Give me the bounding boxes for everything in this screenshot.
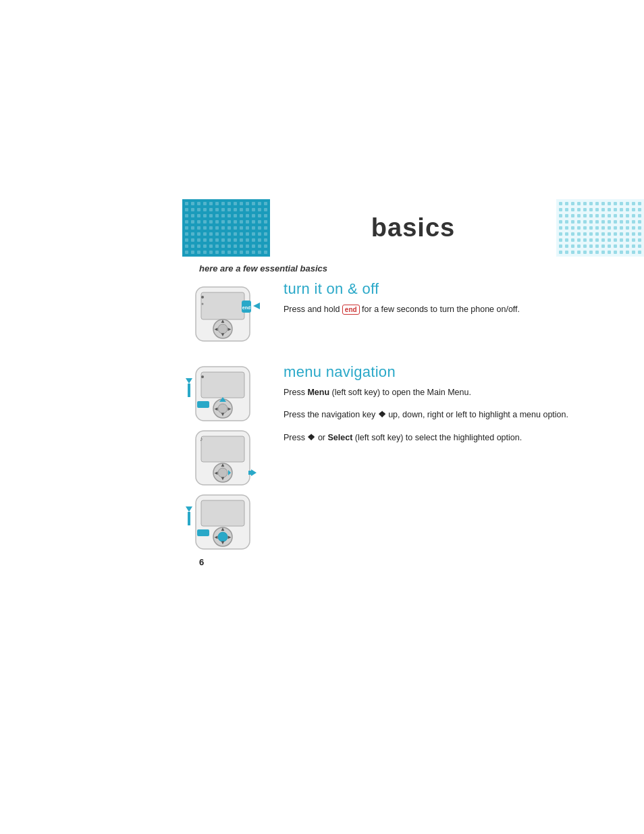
right-dot-grid-svg xyxy=(556,199,644,257)
svg-marker-40 xyxy=(251,469,257,476)
end-key-badge: end xyxy=(342,305,360,315)
svg-rect-32 xyxy=(201,436,244,462)
svg-rect-50 xyxy=(197,529,209,536)
menu-navigation-section: ▼ ◄ ► ▲ xyxy=(182,363,603,552)
phone-illustration-1: ▲ ▼ ◄ ► end xyxy=(182,280,263,344)
svg-rect-41 xyxy=(248,471,251,475)
nav-para-3: Press ❖ or Select (left soft key) to sel… xyxy=(284,432,603,444)
turn-on-off-text: turn it on & off Press and hold end for … xyxy=(284,280,603,316)
svg-rect-27 xyxy=(197,401,209,408)
nav-key-symbol-2: ❖ xyxy=(307,433,315,442)
nav-para-2: Press the navigation key ❖ up, down, rig… xyxy=(284,409,603,421)
svg-marker-18 xyxy=(253,303,260,309)
section-subtitle: here are a few essential basics xyxy=(199,263,327,273)
svg-text:◄: ◄ xyxy=(213,534,219,540)
nav-para-1: Press Menu (left soft key) to open the M… xyxy=(284,386,603,399)
turn-on-off-image: ▲ ▼ ◄ ► end xyxy=(182,280,270,346)
svg-text:▲: ▲ xyxy=(220,526,225,532)
content-area: ▲ ▼ ◄ ► end turn it on & off Pres xyxy=(182,280,603,569)
svg-text:►: ► xyxy=(227,406,232,412)
svg-text:▼: ▼ xyxy=(220,540,225,546)
svg-rect-52 xyxy=(188,512,190,525)
svg-rect-43 xyxy=(201,500,244,526)
svg-marker-29 xyxy=(186,378,192,384)
header-right-decoration xyxy=(556,199,644,257)
page-title: basics xyxy=(371,213,455,242)
svg-text:►: ► xyxy=(227,326,232,332)
page: basics here are a few essential basics xyxy=(0,0,644,834)
turn-on-off-body: Press and hold end for a few seconds to … xyxy=(284,303,603,316)
header-section: basics xyxy=(182,199,644,257)
svg-point-15 xyxy=(202,303,204,305)
svg-rect-1 xyxy=(182,199,270,257)
phone-illustration-4: ▲ ▼ ◄ ► xyxy=(182,492,263,552)
turn-on-off-section: ▲ ▼ ◄ ► end turn it on & off Pres xyxy=(182,280,603,346)
svg-text:▼: ▼ xyxy=(220,475,225,481)
svg-rect-4 xyxy=(556,199,644,257)
svg-text:►: ► xyxy=(227,534,232,540)
menu-navigation-text: menu navigation Press Menu (left soft ke… xyxy=(284,363,603,454)
page-number: 6 xyxy=(199,557,204,567)
nav-images-column: ▼ ◄ ► ▲ xyxy=(182,363,270,552)
svg-text:♪: ♪ xyxy=(200,436,203,442)
svg-text:◄: ◄ xyxy=(213,406,219,412)
svg-text:◄: ◄ xyxy=(213,326,219,332)
phone-illustration-2: ▼ ◄ ► xyxy=(182,363,263,424)
svg-rect-20 xyxy=(201,372,244,398)
menu-navigation-heading: menu navigation xyxy=(284,363,603,381)
svg-text:end: end xyxy=(242,305,250,310)
svg-point-14 xyxy=(201,296,204,298)
svg-marker-51 xyxy=(186,506,192,512)
svg-text:▲: ▲ xyxy=(220,462,225,468)
header-title-area: basics xyxy=(270,199,556,257)
phone-illustration-3: ▲ ▼ ◄ ♪ xyxy=(182,427,263,488)
header-left-decoration xyxy=(182,199,270,257)
svg-rect-7 xyxy=(201,292,244,319)
svg-point-28 xyxy=(201,375,204,378)
svg-rect-30 xyxy=(188,384,190,397)
nav-key-symbol-1: ❖ xyxy=(378,410,386,419)
svg-text:▲: ▲ xyxy=(220,318,225,324)
svg-text:◄: ◄ xyxy=(213,470,219,476)
svg-text:▼: ▼ xyxy=(220,332,225,338)
menu-bold: Menu xyxy=(307,388,329,397)
select-bold: Select xyxy=(328,433,353,442)
turn-on-off-heading: turn it on & off xyxy=(284,280,603,298)
svg-text:▼: ▼ xyxy=(220,411,225,417)
left-dot-grid-svg xyxy=(182,199,270,257)
